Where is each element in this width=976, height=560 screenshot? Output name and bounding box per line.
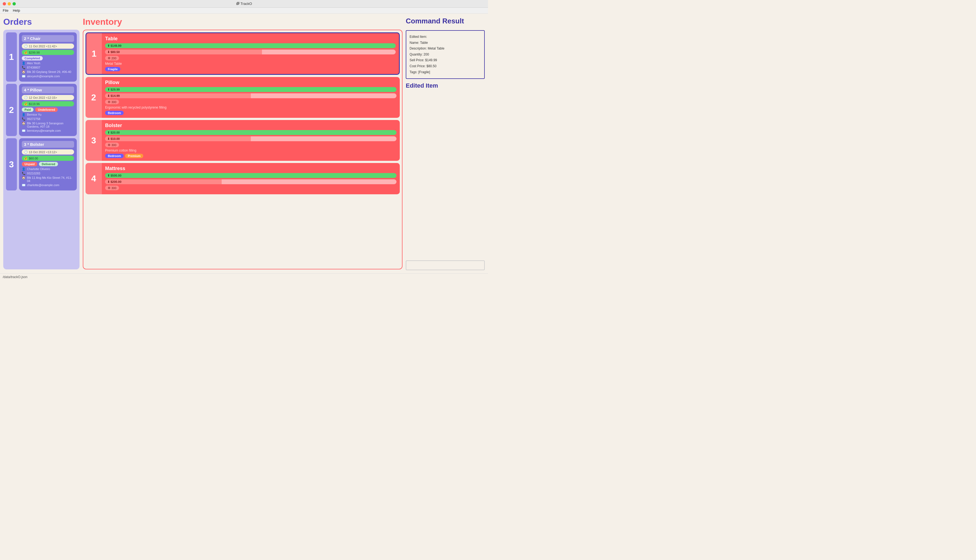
cost-price-label-2: ⬇ $14.99 [107, 94, 120, 98]
inventory-tags-2: Bedroom [105, 111, 396, 115]
inventory-list: 1 Table ⬆ $149.99 ⬇ $80.50 [83, 30, 403, 269]
inventory-item-3[interactable]: 3 Bolster ⬆ $20.00 ⬇ $10.00 [85, 120, 400, 161]
phone-icon-2: 📞 [22, 117, 26, 121]
money-icon: 💰 [24, 51, 28, 54]
badge-delivered: Delivered [39, 162, 58, 166]
inventory-desc-1: Metal Table [105, 62, 396, 66]
sell-price-bar-2: ⬆ $29.99 [105, 87, 396, 92]
menubar: File Help [0, 8, 488, 13]
inventory-card-2: Pillow ⬆ $29.99 ⬇ $14.99 ⊞ [102, 77, 400, 118]
email-icon-3: ✉️ [22, 183, 26, 187]
inventory-name-3: Bolster [105, 123, 396, 128]
badge-completed: Completed [22, 56, 43, 60]
window-title: 🗊 TrackO [236, 2, 252, 6]
close-button[interactable] [3, 2, 6, 5]
clock-icon-2: 🕐 [24, 96, 28, 99]
order-phone-2: 📞 99272758 [22, 117, 74, 121]
home-icon: 🏠 [22, 70, 26, 74]
order-badges-3: Unpaid Delivered [22, 162, 74, 166]
order-title-3: 3 * Bolster [22, 141, 74, 148]
email-icon-2: ✉️ [22, 129, 26, 133]
order-card-2: 4 * Pillow 🕐 12 Oct 2022 <12:15> 💰 $119.… [19, 84, 77, 136]
order-date-1: 🕐 11 Oct 2022 <11:42> [22, 43, 74, 49]
orders-panel: Orders 1 2 * Chair 🕐 11 Oct 2022 <11:42>… [3, 17, 80, 270]
order-date-3: 🕐 13 Oct 2022 <13:12> [22, 149, 74, 155]
result-line-1: Name: Table [409, 40, 481, 46]
home-icon-3: 🏠 [22, 176, 26, 180]
cost-price-label-1: ⬇ $80.50 [107, 50, 120, 54]
command-result-panel: Command Result Edited Item: Name: Table … [406, 17, 485, 270]
tag-bedroom-3: Bedroom [105, 154, 124, 158]
order-address-2: 🏠 Blk 30 Lorong 3 Serangoon Gardens, #07… [22, 122, 74, 128]
order-name-3: 👤 Charlotte Oliveiro [22, 167, 74, 171]
cost-price-bar-2: ⬇ $14.99 [105, 93, 396, 98]
order-name-2: 👤 Bernice Yu [22, 113, 74, 117]
order-email-1: ✉️ alexyeoh@example.com [22, 75, 74, 78]
cost-price-label-4: ⬇ $200.00 [107, 180, 122, 184]
tag-bedroom-2: Bedroom [105, 111, 124, 115]
sell-price-bar-1: ⬆ $149.99 [105, 43, 396, 48]
edited-item-header: Edited Item [406, 82, 485, 89]
result-line-2: Description: Metal Table [409, 46, 481, 52]
order-price-3: 💰 $60.00 [22, 156, 74, 161]
email-icon: ✉️ [22, 75, 26, 78]
result-line-4: Sell Price: $149.99 [409, 57, 481, 63]
inventory-name-1: Table [105, 36, 396, 42]
home-icon-2: 🏠 [22, 122, 26, 125]
order-item-3[interactable]: 3 3 * Bolster 🕐 13 Oct 2022 <13:12> 💰 $6… [6, 138, 77, 190]
badge-unpaid: Unpaid [22, 162, 37, 166]
orders-list: 1 2 * Chair 🕐 11 Oct 2022 <11:42> 💰 $299… [3, 30, 80, 269]
cost-price-bar-1: ⬇ $80.50 [105, 50, 396, 54]
inventory-item-1[interactable]: 1 Table ⬆ $149.99 ⬇ $80.50 [85, 32, 400, 75]
order-email-3: ✉️ charlotte@example.com [22, 183, 74, 187]
tag-fragile: Fragile [105, 67, 120, 71]
phone-icon: 📞 [22, 66, 26, 69]
order-date-2: 🕐 12 Oct 2022 <12:15> [22, 95, 74, 100]
money-icon-3: 💰 [24, 157, 28, 160]
order-badges-1: Completed [22, 56, 74, 60]
order-number-3: 3 [6, 138, 17, 190]
inventory-tags-3: Bedroom Premium [105, 154, 396, 158]
order-title-1: 2 * Chair [22, 35, 74, 42]
minimize-button[interactable] [8, 2, 11, 5]
order-phone-3: 📞 93210283 [22, 172, 74, 175]
status-path: /data/trackO.json [3, 275, 27, 279]
sell-price-label-4: ⬆ $500.00 [107, 174, 122, 177]
quantity-badge-4: ⊞ 300 [105, 186, 119, 190]
order-item-2[interactable]: 2 4 * Pillow 🕐 12 Oct 2022 <12:15> 💰 $11… [6, 84, 77, 136]
menu-help[interactable]: Help [13, 8, 20, 13]
titlebar: 🗊 TrackO [0, 0, 488, 8]
money-icon-2: 💰 [24, 102, 28, 106]
sell-price-label-3: ⬆ $20.00 [107, 131, 120, 134]
result-line-5: Cost Price: $80.50 [409, 63, 481, 69]
order-phone-1: 📞 87438807 [22, 66, 74, 69]
order-address-1: 🏠 Blk 30 Geylang Street 29, #06-40 [22, 70, 74, 74]
inventory-card-3: Bolster ⬆ $20.00 ⬇ $10.00 ⊞ [102, 120, 400, 161]
inventory-item-4[interactable]: 4 Mattress ⬆ $500.00 ⬇ $200.00 [85, 163, 400, 194]
badge-paid: Paid [22, 107, 33, 112]
quantity-badge-2: ⊞ 300 [105, 100, 119, 104]
titlebar-buttons [3, 2, 16, 5]
person-icon-2: 👤 [22, 113, 26, 117]
result-line-0: Edited Item: [409, 34, 481, 40]
person-icon-3: 👤 [22, 167, 26, 171]
quantity-badge-1: ⊞ 200 [105, 56, 119, 60]
inventory-number-4: 4 [85, 163, 102, 194]
inventory-item-2[interactable]: 2 Pillow ⬆ $29.99 ⬇ $14.99 [85, 77, 400, 118]
inventory-card-4: Mattress ⬆ $500.00 ⬇ $200.00 [102, 163, 400, 194]
order-address-3: 🏠 Blk 11 Ang Mo Kio Street 74, #11-04 [22, 176, 74, 183]
maximize-button[interactable] [13, 2, 16, 5]
inventory-desc-3: Premium cotton filling [105, 148, 396, 152]
sell-price-label-1: ⬆ $149.99 [107, 44, 122, 48]
command-input-box[interactable] [406, 260, 485, 270]
menu-file[interactable]: File [3, 8, 8, 13]
order-item-1[interactable]: 1 2 * Chair 🕐 11 Oct 2022 <11:42> 💰 $299… [6, 32, 77, 82]
inventory-tags-1: Fragile [105, 67, 396, 71]
inventory-header: Inventory [83, 17, 403, 27]
inventory-panel: Inventory 1 Table ⬆ $149.99 [83, 17, 403, 270]
command-input[interactable] [408, 263, 482, 267]
order-name-1: 👤 Alex Yeoh [22, 62, 74, 65]
command-result-header: Command Result [406, 17, 485, 25]
sell-price-bar-4: ⬆ $500.00 [105, 173, 396, 178]
cost-price-label-3: ⬇ $10.00 [107, 137, 120, 141]
